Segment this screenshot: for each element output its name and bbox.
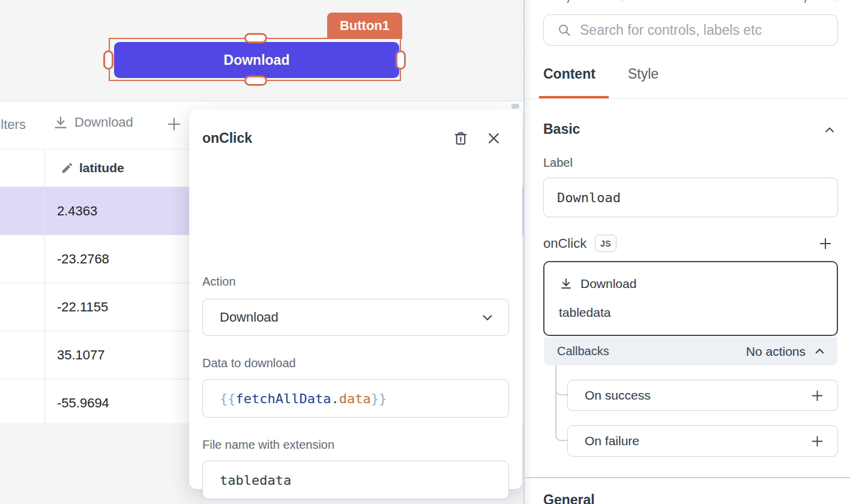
onclick-label: onClick [543,236,586,251]
add-success-callback-button[interactable] [809,388,825,404]
download-icon [53,115,68,130]
data-code-input[interactable]: {{fetchAllData.data}} [202,379,509,418]
label-field-label: Label [543,156,573,170]
action-select[interactable]: Download [202,299,509,336]
table-download-button[interactable]: Download [53,115,133,130]
cell-value: 2.4363 [57,203,97,219]
resize-handle-left[interactable] [103,50,113,70]
widget-name-tag[interactable]: Button1 [327,13,402,39]
section-general-header[interactable]: General [543,492,595,504]
chevron-down-icon [480,310,495,325]
callbacks-status: No actions [746,344,806,359]
chevron-up-icon[interactable] [822,123,837,140]
table-scrollbar-fragment[interactable] [511,104,519,109]
chevron-icon[interactable] [828,500,842,504]
onclick-property-row: onClick JS [543,235,616,252]
data-field-label: Data to download [202,356,296,370]
tab-content[interactable]: Content [543,66,595,82]
tabs-divider [525,98,850,99]
chevron-up-icon [813,344,827,358]
js-toggle-button[interactable]: JS [595,235,616,252]
on-success-label: On success [585,388,651,403]
table-filters-button[interactable]: Filters [0,117,26,133]
on-failure-row[interactable]: On failure [567,425,838,457]
filename-field-label: File name with extension [202,438,334,452]
close-icon[interactable] [484,129,502,147]
delete-action-button[interactable] [451,129,469,147]
action-card-title: Download [580,277,636,291]
popup-title: onClick [202,130,252,146]
cell-value: -23.2768 [57,251,109,267]
button-widget[interactable]: Download [114,42,399,78]
panel-left-shadow [525,0,533,504]
resize-handle-bottom[interactable] [244,76,267,86]
table-column-header[interactable]: latitude [61,161,124,175]
search-input[interactable]: Search for controls, labels etc [543,14,838,46]
code-expression: {{fetchAllData.data}} [220,391,387,406]
add-failure-callback-button[interactable] [809,433,825,449]
search-placeholder: Search for controls, labels etc [580,22,762,38]
filename-value: tabledata [220,473,291,488]
cell-value: -22.1155 [57,299,108,315]
callback-tree-connector [555,365,567,395]
action-select-value: Download [220,310,279,325]
cropped-header-row [525,0,850,7]
callbacks-label: Callbacks [557,344,609,358]
add-action-button[interactable] [817,235,834,254]
filename-input[interactable]: tabledata [202,461,509,499]
callbacks-toggle[interactable]: Callbacks No actions [544,337,837,365]
pencil-icon [61,161,74,175]
resize-handle-top[interactable] [244,33,267,43]
column-divider [44,149,45,423]
onclick-action-popup: onClick Action Download Data to download… [189,109,522,489]
property-pane: Search for controls, labels etc Content … [525,0,850,504]
section-basic-header[interactable]: Basic [543,121,580,137]
tab-style[interactable]: Style [628,66,659,82]
label-input-value: Download [557,190,621,205]
action-card-subtitle: tabledata [559,305,610,320]
resize-handle-right[interactable] [396,50,406,70]
configured-action-card[interactable]: Download tabledata [543,261,838,336]
table-download-label: Download [74,115,133,130]
section-divider [525,477,850,478]
table-add-column-button[interactable] [164,115,184,137]
on-success-row[interactable]: On success [567,380,838,411]
on-failure-label: On failure [585,434,639,448]
search-icon [557,23,571,37]
label-input[interactable]: Download [543,178,838,217]
column-header-label: latitude [79,161,124,175]
action-field-label: Action [202,275,236,289]
cell-value: -55.9694 [57,395,109,411]
cell-value: 35.1077 [57,347,105,363]
download-icon [559,277,573,291]
app-root: Filters Download [0,0,850,504]
